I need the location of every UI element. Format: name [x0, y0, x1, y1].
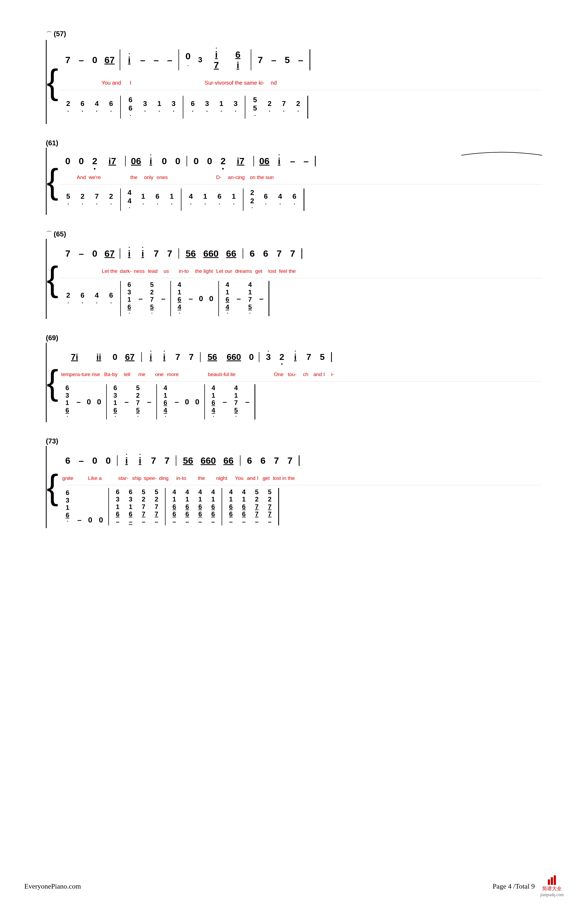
bass-row-57: 2· 6· 4· 6· 66· 3· 1· 3·	[60, 90, 542, 124]
treble-73: 6 – 0 0 · i · i	[60, 446, 542, 475]
lyrics-61: And we're the only ones D- an-cing on th…	[61, 174, 542, 182]
note-7: 7	[61, 55, 74, 65]
m4-treble-61: 06 · i – –	[256, 156, 313, 166]
footer-website: EveryonePiano.com	[24, 882, 81, 890]
treble-row-61: 0 0 2 i7 06	[60, 148, 542, 174]
lyrics-69: tempera-ture rise Ba-by tell me one more…	[61, 372, 542, 378]
barline	[179, 49, 179, 70]
barline	[120, 49, 120, 70]
measure-3-treble: 0· 3 · i7 6i	[181, 49, 248, 70]
note-i-dot: · i	[122, 55, 136, 65]
bass-measure-2: 66· 3· 1· 3·	[123, 96, 180, 119]
measure-2-treble: · i – – –	[122, 55, 176, 65]
footer: EveryonePiano.com Page 4 /Total 9 简谱大全 j…	[24, 875, 564, 897]
logo-bar-3	[554, 875, 556, 885]
treble-69: 7i ii 0 67 · i	[60, 343, 542, 372]
treble-65: 7 – 0 67 · i · i	[60, 239, 542, 268]
note-67: 67	[101, 55, 118, 65]
section-curve-57: ⌒	[46, 30, 52, 39]
bass-73: 6316· – 0 0 6316– 6316–	[60, 485, 542, 528]
logo-bars	[548, 875, 556, 885]
note-6i: 6i	[227, 49, 248, 70]
lyrics-73: gnite Like a star- ship spee- ding in-to…	[61, 475, 542, 482]
bass-65: 2· 6· 4· 6· 6316· – 5275·	[60, 278, 542, 319]
section-57: ⌒ (57) { 7 – 0	[46, 30, 542, 124]
footer-page-info: Page 4 /Total 9	[493, 882, 535, 890]
logo: 简谱大全 jianpudq.com	[540, 875, 564, 897]
measure-1-treble: 7 – 0 67	[61, 55, 118, 65]
brace-61: {	[47, 148, 60, 215]
lyrics-65: Let the dark- ness lead us in-to the lig…	[61, 268, 542, 275]
note-0-dot: 0·	[181, 51, 195, 69]
bass-measure-4: 55· 2· 7· 2·	[248, 96, 305, 119]
slur-61	[461, 148, 542, 156]
measure-4-treble: 7 – 5 –	[253, 55, 307, 65]
section-number-57: (57)	[54, 30, 66, 38]
section-61: (61) { 0 0 2	[46, 139, 542, 215]
note-i7: · i7	[205, 49, 227, 70]
footer-right: Page 4 /Total 9 简谱大全 jianpudq.com	[493, 875, 564, 897]
section-label-69: (69)	[46, 334, 542, 342]
section-69: (69) { 7i ii 0 67	[46, 334, 542, 422]
section-label-61: (61)	[46, 139, 542, 147]
brace-69: {	[47, 343, 60, 422]
section-label-65: ⌒ (65)	[46, 230, 542, 238]
lyrics-row-57: You and I Sur-vivors of the same ki- nd	[61, 80, 542, 87]
treble-row-57: 7 – 0 67 · i	[60, 40, 542, 80]
bass-row-61: 5· 2· 7· 2· 44· 1· 6· 1·	[60, 184, 542, 215]
brace-73: {	[47, 446, 60, 528]
m3-treble-61: 0 0 2 i7	[189, 156, 251, 166]
bass-69: 6316· – 0 0 6316· – 5275·	[60, 381, 542, 422]
section-65: ⌒ (65) { 7 – 0 67 ·	[46, 230, 542, 319]
m1-treble-61: 0 0 2 i7	[61, 156, 123, 166]
m2-treble-61: 06 · i 0 0	[128, 156, 184, 166]
note-dash: –	[74, 55, 88, 65]
brace-65: {	[47, 239, 60, 319]
bass-measure-3: 6· 3· 1· 3·	[185, 100, 243, 115]
bass-measure-1: 2· 6· 4· 6·	[61, 100, 118, 115]
logo-bar-2	[551, 877, 553, 885]
logo-url: jianpudq.com	[540, 892, 564, 897]
logo-text: 简谱大全	[542, 885, 562, 892]
note-0: 0	[88, 55, 101, 65]
logo-bar-1	[548, 879, 550, 885]
brace-57: {	[47, 40, 60, 124]
barline	[251, 49, 251, 70]
section-73: (73) { 6 – 0 0 · i	[46, 437, 542, 528]
section-label-73: (73)	[46, 437, 542, 445]
